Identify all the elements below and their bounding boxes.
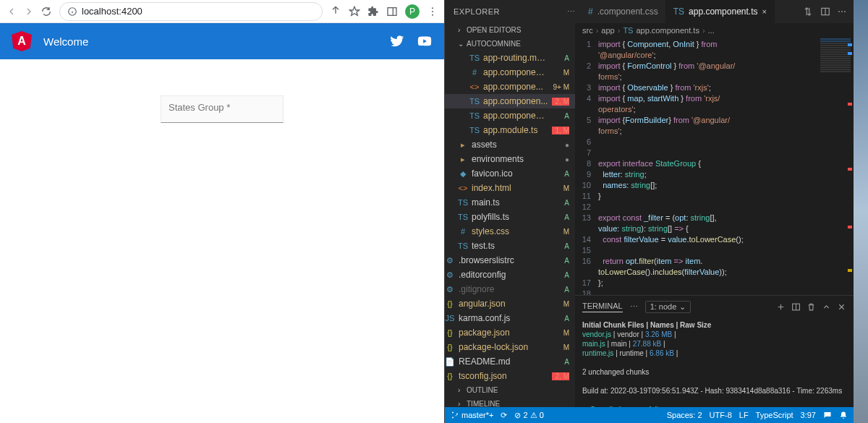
section-timeline[interactable]: ›Timeline	[445, 397, 575, 407]
share-icon[interactable]	[330, 6, 341, 17]
file-tree-item[interactable]: ▸assets●	[445, 137, 575, 152]
file-badge: ●	[552, 155, 569, 163]
svg-rect-1	[388, 7, 396, 15]
tab-app-component-ts[interactable]: TS app.component.ts ×	[666, 0, 775, 23]
file-tree-item[interactable]: TSapp-routing.mod...A	[445, 51, 575, 65]
file-badge: A	[552, 170, 569, 178]
menu-icon[interactable]	[427, 6, 438, 17]
file-name: app.module.ts	[483, 125, 548, 135]
profile-avatar[interactable]: P	[405, 4, 420, 19]
json-icon: {}	[445, 328, 455, 337]
file-name: polyfills.ts	[472, 212, 548, 222]
split-terminal-icon[interactable]	[791, 302, 801, 312]
scrollbar-marks	[843, 38, 854, 295]
file-tree-item[interactable]: ⚙.gitignoreA	[445, 282, 575, 296]
status-encoding[interactable]: UTF-8	[710, 411, 732, 419]
sync-button[interactable]: ⟳	[501, 411, 507, 420]
states-group-input[interactable]: States Group *	[161, 95, 284, 123]
file-tree-item[interactable]: #styles.cssM	[445, 224, 575, 239]
file-badge: A	[552, 358, 569, 366]
angular-logo-icon	[12, 31, 32, 51]
file-badge: 2, M	[552, 372, 569, 380]
forward-icon[interactable]	[23, 6, 35, 17]
feedback-icon[interactable]	[823, 411, 832, 419]
twitter-icon[interactable]	[389, 33, 405, 49]
info-icon	[67, 7, 77, 17]
file-name: karma.conf.js	[459, 313, 548, 323]
terminal-panel: Terminal ⋯ 1: node ⌄ Initial	[575, 295, 854, 407]
problems-badge[interactable]: ⊘ 2 ⚠ 0	[514, 411, 543, 420]
terminal-tab[interactable]: Terminal	[582, 302, 623, 312]
git-branch[interactable]: master*+	[451, 411, 493, 419]
youtube-icon[interactable]	[417, 33, 433, 49]
file-tree-item[interactable]: TStest.tsA	[445, 239, 575, 253]
close-icon[interactable]: ×	[762, 7, 766, 16]
file-tree-item[interactable]: <>app.compone...9+ M	[445, 80, 575, 94]
address-bar[interactable]: localhost:4200	[59, 2, 323, 21]
close-panel-icon[interactable]	[837, 302, 846, 312]
file-tree-item[interactable]: ⚙.editorconfigA	[445, 268, 575, 282]
json-icon: {}	[445, 372, 455, 380]
terminal-select[interactable]: 1: node ⌄	[645, 301, 692, 313]
terminal-more-icon[interactable]: ⋯	[630, 302, 638, 312]
split-icon[interactable]	[820, 7, 830, 17]
js-icon: JS	[445, 314, 455, 322]
file-badge: M	[552, 300, 569, 308]
explorer-more-icon[interactable]: ⋯	[567, 7, 576, 17]
editor-tabs: # .component.css TS app.component.ts ×	[581, 0, 775, 23]
file-tree-item[interactable]: #app.component.cssM	[445, 65, 575, 80]
file-badge: M	[552, 329, 569, 337]
tab-actions: ⋯	[803, 7, 846, 17]
file-badge: M	[552, 343, 569, 351]
status-eol[interactable]: LF	[739, 411, 749, 419]
bell-icon[interactable]	[839, 411, 848, 419]
section-project[interactable]: ⌄AUTOCOMNINE	[445, 37, 575, 51]
compare-icon[interactable]	[803, 7, 813, 17]
file-tree-item[interactable]: {}angular.jsonM	[445, 296, 575, 311]
file-tree-item[interactable]: TSapp.componen...2, M	[445, 94, 575, 108]
cfg-icon: ⚙	[445, 285, 455, 294]
new-terminal-icon[interactable]	[776, 302, 786, 312]
status-spaces[interactable]: Spaces: 2	[667, 411, 702, 419]
file-name: app.component.s...	[483, 111, 548, 121]
extensions-icon[interactable]	[367, 6, 379, 17]
file-tree-item[interactable]: ⚙.browserslistrcA	[445, 253, 575, 268]
status-bar: master*+ ⟳ ⊘ 2 ⚠ 0 Spaces: 2 UTF-8 LF Ty…	[445, 407, 854, 423]
file-badge: A	[552, 199, 569, 207]
file-tree-item[interactable]: JSkarma.conf.jsA	[445, 311, 575, 325]
file-tree-item[interactable]: ◆favicon.icoA	[445, 166, 575, 181]
file-tree-item[interactable]: {}package-lock.jsonM	[445, 340, 575, 354]
file-badge: A	[552, 271, 569, 279]
panel-icon[interactable]	[386, 6, 398, 17]
tab-component-css[interactable]: # .component.css	[581, 0, 666, 23]
file-tree-item[interactable]: TSmain.tsA	[445, 195, 575, 210]
file-tree-item[interactable]: TSapp.component.s...A	[445, 108, 575, 123]
folder-icon: ▸	[458, 140, 468, 150]
status-lang[interactable]: TypeScript	[756, 411, 793, 419]
ts-icon: TS	[469, 97, 480, 106]
more-icon[interactable]: ⋯	[838, 7, 846, 17]
breadcrumbs[interactable]: src› app› TS app.component.ts› ...	[575, 23, 854, 38]
file-tree-item[interactable]: ▸environments●	[445, 152, 575, 166]
file-name: tsconfig.json	[459, 371, 548, 381]
file-badge: M	[552, 69, 569, 77]
section-open-editors[interactable]: ›Open Editors	[445, 23, 575, 37]
terminal-output[interactable]: Initial Chunk Files | Names | Raw Size v…	[575, 317, 854, 407]
file-tree-item[interactable]: {}package.jsonM	[445, 325, 575, 340]
section-outline[interactable]: ›Outline	[445, 383, 575, 397]
cfg-icon: ⚙	[445, 270, 455, 280]
file-tree-item[interactable]: TSapp.module.ts1, M	[445, 123, 575, 137]
file-tree-item[interactable]: <>index.htmlM	[445, 181, 575, 195]
file-tree-item[interactable]: 📄README.mdA	[445, 354, 575, 369]
file-tree-item[interactable]: {}tsconfig.json2, M	[445, 369, 575, 383]
json-icon: {}	[445, 299, 455, 308]
star-icon[interactable]	[349, 6, 360, 17]
code-editor[interactable]: 1import { Component, OnInit } from'@angu…	[575, 38, 854, 295]
ts-icon: TS	[469, 111, 480, 120]
trash-icon[interactable]	[807, 302, 816, 312]
file-tree-item[interactable]: TSpolyfills.tsA	[445, 210, 575, 224]
back-icon[interactable]	[6, 6, 17, 17]
reload-icon[interactable]	[41, 6, 52, 17]
status-line[interactable]: 3:97	[801, 411, 816, 419]
maximize-icon[interactable]	[822, 302, 831, 312]
